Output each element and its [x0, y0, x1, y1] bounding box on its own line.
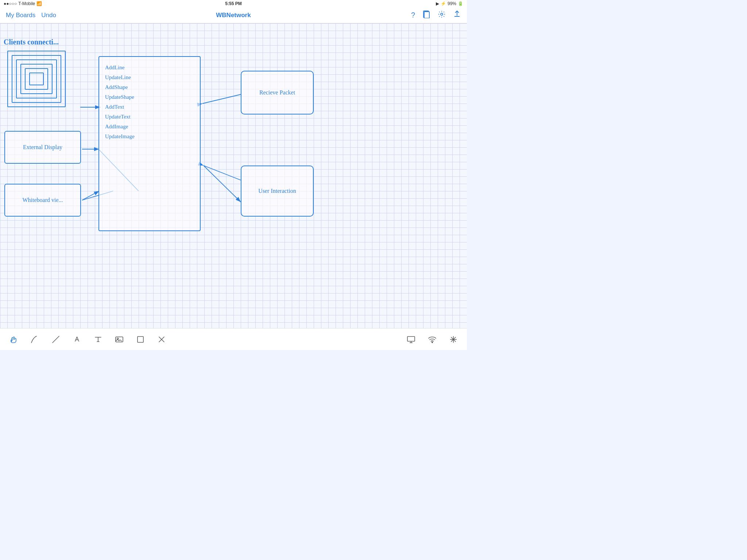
nav-bar: My Boards Undo WBNetwork ? — [0, 7, 467, 23]
pointer-tool-button[interactable] — [447, 333, 460, 346]
line-addtext: AddText — [105, 102, 194, 112]
svg-line-10 — [204, 166, 241, 202]
line-updatetext: UpdateText — [105, 112, 194, 122]
nav-left: My Boards Undo — [6, 12, 56, 19]
stamp-tool-button[interactable] — [71, 333, 83, 346]
svg-line-11 — [82, 191, 99, 200]
nested-rect-6 — [29, 73, 44, 85]
signal-dots: ●●○○○ — [4, 1, 17, 6]
whiteboard-view-box: Whiteboard vie... — [4, 184, 81, 217]
svg-line-13 — [53, 336, 59, 343]
external-box-label: External Display — [23, 144, 62, 151]
bottom-toolbar — [0, 328, 467, 350]
nav-right: ? — [411, 10, 461, 20]
external-display-box: External Display — [4, 131, 81, 164]
center-box: AddLine UpdateLine AddShape UpdateShape … — [98, 56, 201, 231]
battery-label: 99% — [448, 1, 456, 6]
svg-point-2 — [441, 13, 443, 15]
settings-icon[interactable] — [438, 10, 446, 20]
line-addshape: AddShape — [105, 82, 194, 92]
wifi-icon: 📶 — [36, 1, 42, 6]
toolbar-right — [405, 333, 460, 346]
nav-title: WBNetwork — [216, 12, 251, 19]
whiteboard-box-label: Whiteboard vie... — [22, 197, 63, 203]
line-updateshape: UpdateShape — [105, 92, 194, 102]
line-tool-button[interactable] — [50, 333, 62, 346]
canvas-area[interactable]: Clients connecti... AddLine UpdateLine A… — [0, 23, 467, 328]
shape-tool-button[interactable] — [134, 333, 147, 346]
bluetooth-icon: ⚡ — [441, 1, 446, 6]
my-boards-button[interactable]: My Boards — [6, 12, 35, 19]
nested-rects — [7, 51, 73, 124]
user-box-label: User Interaction — [258, 188, 296, 194]
line-updateline: UpdateLine — [105, 73, 194, 82]
carrier-label: T-Mobile — [18, 1, 35, 6]
status-left: ●●○○○ T-Mobile 📶 — [4, 1, 42, 6]
hand-tool-button[interactable] — [7, 333, 20, 346]
svg-rect-19 — [407, 337, 415, 341]
clients-title: Clients connecti... — [4, 38, 59, 46]
image-tool-button[interactable] — [113, 333, 125, 346]
undo-button[interactable]: Undo — [41, 12, 56, 19]
page-icon[interactable] — [422, 10, 430, 20]
line-addline: AddLine — [105, 63, 194, 73]
eraser-tool-button[interactable] — [155, 333, 168, 346]
receive-box-label: Recieve Packet — [259, 89, 295, 96]
svg-rect-1 — [424, 12, 429, 18]
gps-icon: ▶ — [436, 1, 439, 6]
svg-line-5 — [202, 94, 241, 104]
status-right: ▶ ⚡ 99% 🔋 — [436, 1, 463, 6]
svg-line-9 — [204, 166, 241, 180]
clients-title-text: Clients connecti... — [4, 38, 59, 46]
status-time: 5:55 PM — [225, 1, 241, 6]
svg-point-22 — [432, 342, 433, 342]
present-tool-button[interactable] — [405, 333, 417, 346]
status-bar: ●●○○○ T-Mobile 📶 5:55 PM ▶ ⚡ 99% 🔋 — [0, 0, 467, 7]
toolbar-left — [7, 333, 168, 346]
battery-icon: 🔋 — [458, 1, 463, 6]
line-updateimage: UpdateImage — [105, 132, 194, 141]
text-tool-button[interactable] — [92, 333, 104, 346]
svg-rect-16 — [138, 337, 143, 342]
wifi-tool-button[interactable] — [426, 333, 438, 346]
user-interaction-box: User Interaction — [241, 166, 314, 217]
line-addimage: AddImage — [105, 122, 194, 132]
help-icon[interactable]: ? — [411, 11, 415, 19]
center-box-content: AddLine UpdateLine AddShape UpdateShape … — [105, 63, 194, 141]
receive-packet-box: Recieve Packet — [241, 71, 314, 114]
share-icon[interactable] — [453, 10, 461, 20]
pen-tool-button[interactable] — [28, 333, 41, 346]
